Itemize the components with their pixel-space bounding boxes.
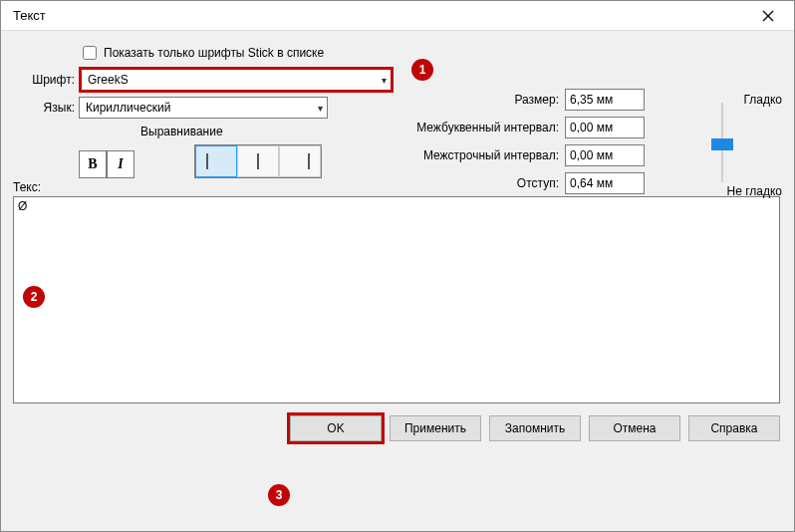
remember-button[interactable]: Запомнить bbox=[489, 415, 581, 441]
align-left-icon bbox=[206, 153, 208, 169]
size-label: Размер: bbox=[399, 93, 559, 107]
callout-3: 3 bbox=[268, 484, 290, 506]
text-input[interactable]: Ø bbox=[13, 196, 780, 403]
stick-only-label: Показать только шрифты Stick в списке bbox=[104, 46, 324, 60]
cancel-button[interactable]: Отмена bbox=[589, 415, 680, 441]
close-icon bbox=[762, 10, 774, 22]
letter-spacing-label: Межбуквенный интервал: bbox=[399, 121, 559, 134]
close-button[interactable] bbox=[750, 4, 786, 28]
smoothness-slider[interactable] bbox=[712, 103, 732, 182]
titlebar: Текст bbox=[1, 1, 794, 31]
stick-only-checkbox[interactable] bbox=[83, 46, 97, 60]
language-combobox[interactable]: Кириллический ▾ bbox=[79, 97, 328, 119]
text-label: Текс: bbox=[13, 180, 782, 194]
callout-2: 2 bbox=[23, 286, 45, 308]
language-label: Язык: bbox=[13, 101, 75, 115]
align-right-button[interactable] bbox=[279, 145, 321, 177]
font-value: GreekS bbox=[88, 73, 129, 87]
line-spacing-input[interactable]: 0,00 мм bbox=[565, 144, 645, 166]
letter-spacing-value: 0,00 мм bbox=[570, 121, 613, 134]
size-input[interactable]: 6,35 мм bbox=[565, 89, 645, 111]
indent-input[interactable]: 0,64 мм bbox=[565, 172, 645, 194]
apply-button[interactable]: Применить bbox=[390, 415, 481, 441]
chevron-down-icon: ▾ bbox=[318, 103, 323, 114]
line-spacing-label: Межстрочный интервал: bbox=[399, 148, 559, 162]
slider-bottom-label: Не гладко bbox=[726, 184, 782, 198]
help-button[interactable]: Справка bbox=[688, 415, 780, 441]
alignment-group bbox=[194, 144, 322, 178]
letter-spacing-input[interactable]: 0,00 мм bbox=[565, 117, 645, 138]
align-right-icon bbox=[308, 153, 310, 169]
slider-thumb[interactable] bbox=[711, 138, 733, 150]
bold-button[interactable]: B bbox=[79, 150, 107, 178]
window-title: Текст bbox=[13, 8, 46, 23]
indent-label: Отступ: bbox=[399, 176, 559, 190]
indent-value: 0,64 мм bbox=[570, 176, 613, 190]
language-value: Кириллический bbox=[86, 101, 170, 115]
italic-button[interactable]: I bbox=[107, 150, 134, 178]
size-value: 6,35 мм bbox=[570, 93, 613, 107]
chevron-down-icon: ▾ bbox=[382, 75, 387, 86]
font-label: Шрифт: bbox=[13, 73, 75, 87]
align-left-button[interactable] bbox=[195, 145, 237, 177]
align-center-icon bbox=[257, 153, 259, 169]
callout-1: 1 bbox=[411, 59, 433, 81]
line-spacing-value: 0,00 мм bbox=[570, 148, 613, 162]
align-center-button[interactable] bbox=[237, 145, 279, 177]
ok-button[interactable]: OK bbox=[290, 415, 382, 441]
slider-top-label: Гладко bbox=[743, 93, 782, 107]
font-combobox[interactable]: GreekS ▾ bbox=[79, 67, 394, 93]
